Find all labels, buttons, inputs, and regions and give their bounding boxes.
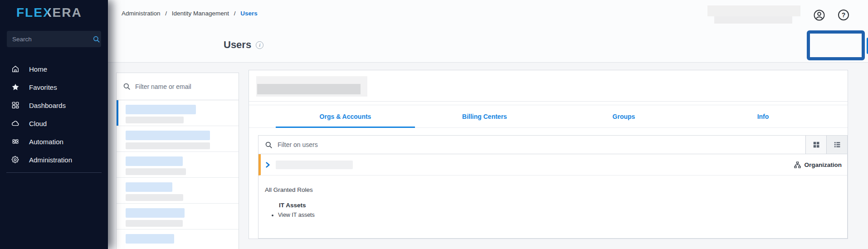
sidebar-item-dashboards[interactable]: Dashboards [0,96,108,114]
orgs-accounts-container: Organization All Granted Roles IT Assets… [258,135,848,239]
users-filter [117,73,239,100]
page-title: Users i [224,39,263,51]
logo-part-2: X [43,5,53,20]
breadcrumb-administration[interactable]: Administration [122,10,161,17]
cloud-icon [11,119,20,128]
redacted-org-name [276,161,353,169]
flexera-app-window: FLEXERA Home Favorites [0,0,868,249]
org-hierarchy-icon [794,161,801,168]
redacted-account-name [707,5,800,24]
tab-label: Info [757,113,769,120]
automation-atom-icon [11,137,20,146]
detail-tabs: Orgs & Accounts Billing Centers Groups I… [249,105,848,128]
tab-groups[interactable]: Groups [554,105,693,127]
sidebar-item-label: Dashboards [29,102,66,109]
page-header-band: Administration / Identity Management / U… [108,0,868,63]
orgs-filter-row [258,136,847,154]
granted-roles-section: All Granted Roles IT Assets View IT asse… [258,176,847,238]
search-icon [93,35,100,43]
redacted-block [714,16,792,24]
logo-part-1: FLE [16,5,43,20]
logo-part-3: ERA [53,5,82,20]
sidebar-item-label: Favorites [29,83,57,91]
sidebar-item-label: Automation [29,138,63,146]
redacted-user-name [126,131,210,140]
info-icon[interactable]: i [256,41,263,49]
tab-label: Billing Centers [462,113,507,120]
redacted-user-email [126,117,184,123]
role-list-item: View IT assets [278,212,840,218]
breadcrumb-identity-management[interactable]: Identity Management [172,10,229,17]
redacted-user-name [126,105,196,114]
breadcrumb-separator: / [234,10,236,17]
grid-view-button[interactable] [805,136,826,154]
redacted-user-email [126,168,186,175]
sidebar-item-home[interactable]: Home [0,60,108,78]
breadcrumb-users-current[interactable]: Users [240,10,258,17]
sidebar-divider [6,172,102,173]
flexera-logo: FLEXERA [16,5,108,20]
organization-row[interactable]: Organization [258,154,847,176]
orgs-filter-input[interactable] [278,141,799,148]
sidebar-item-automation[interactable]: Automation [0,132,108,151]
breadcrumb-separator: / [165,10,167,17]
redacted-detail-user-name [257,84,361,94]
breadcrumb: Administration / Identity Management / U… [122,10,258,17]
redacted-user-email [126,194,183,201]
help-glyph: ? [842,11,846,19]
tab-orgs-accounts[interactable]: Orgs & Accounts [276,105,415,127]
sidebar-item-label: Home [29,65,47,73]
page-title-text: Users [224,39,251,51]
user-list-item[interactable] [117,126,239,152]
expand-chevron-icon[interactable] [265,162,270,168]
redacted-user-name [126,182,172,192]
redacted-user-email [126,220,183,227]
users-filter-input[interactable] [135,83,232,90]
organization-type-label: Organization [804,161,842,168]
user-list-item-selected[interactable] [117,100,239,126]
list-view-button[interactable] [826,136,847,154]
user-list-item[interactable] [117,204,239,229]
list-view-icon [834,141,841,148]
users-list-panel [116,73,239,249]
sidebar: FLEXERA Home Favorites [0,0,108,249]
tab-info[interactable]: Info [693,105,833,127]
user-list-item[interactable] [117,178,239,204]
sidebar-item-administration[interactable]: Administration [0,151,108,169]
role-group-title: IT Assets [279,202,840,209]
sidebar-menu: Home Favorites Dashboards Cloud [0,60,108,169]
sidebar-item-favorites[interactable]: Favorites [0,78,108,96]
user-detail-header [249,70,848,102]
sidebar-item-label: Administration [29,156,72,164]
redacted-user-name [126,208,185,218]
tab-billing-centers[interactable]: Billing Centers [415,105,554,127]
home-icon [11,64,20,73]
sidebar-item-cloud[interactable]: Cloud [0,114,108,132]
user-list-item[interactable] [117,152,239,178]
grid-view-icon [813,141,820,148]
organization-type-badge: Organization [794,161,842,168]
help-icon[interactable]: ? [838,10,849,20]
sidebar-item-label: Cloud [29,120,47,127]
user-list-item[interactable] [117,229,239,249]
dashboards-grid-icon [11,101,20,110]
redacted-block [707,5,800,16]
redacted-user-email [126,142,210,149]
role-list: View IT assets [270,212,840,218]
redacted-user-name [126,234,174,244]
redacted-user-name [126,156,183,166]
granted-roles-heading: All Granted Roles [265,186,840,193]
tab-label: Orgs & Accounts [320,113,371,120]
search-icon [265,141,273,149]
topbar-right: ? [707,5,849,24]
sidebar-search [7,31,101,47]
star-icon [11,83,20,92]
search-icon [123,83,131,90]
user-account-icon[interactable] [813,9,825,21]
tab-label: Groups [613,113,635,120]
orgs-filter [258,136,805,154]
gear-icon [11,155,20,164]
users-list [117,100,239,249]
sidebar-search-input[interactable] [12,36,93,43]
user-detail-panel: Orgs & Accounts Billing Centers Groups I… [249,70,848,239]
